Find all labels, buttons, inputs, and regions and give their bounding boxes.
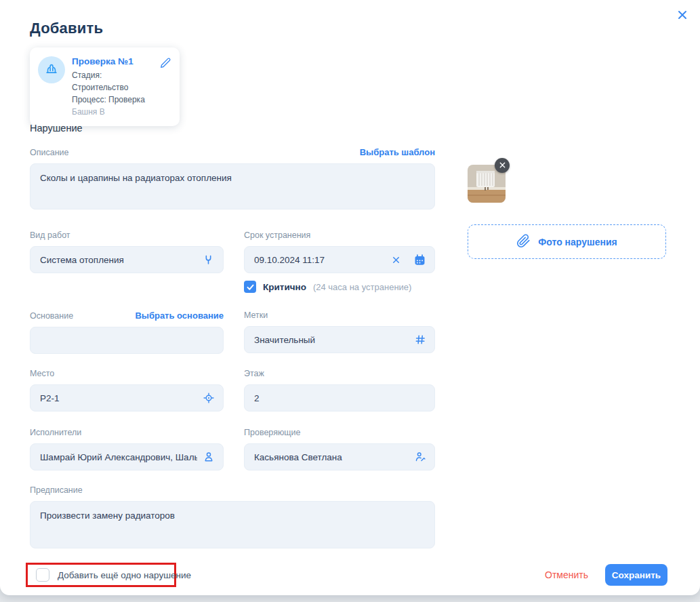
- wrench-icon[interactable]: [202, 254, 215, 266]
- select-basis-link[interactable]: Выбрать основание: [135, 310, 224, 321]
- person-icon[interactable]: [203, 451, 215, 463]
- tags-label: Метки: [244, 310, 268, 320]
- work-type-input[interactable]: [40, 255, 197, 265]
- inspectors-input[interactable]: [254, 452, 409, 462]
- executors-input[interactable]: [40, 452, 197, 462]
- inspection-stage: Стадия: Строительство: [72, 69, 159, 94]
- basis-label: Основание: [30, 311, 73, 321]
- work-type-label: Вид работ: [30, 230, 70, 240]
- basis-input[interactable]: [40, 336, 215, 346]
- locate-icon[interactable]: [203, 392, 215, 404]
- select-template-link[interactable]: Выбрать шаблон: [360, 147, 435, 157]
- remove-x-icon: [499, 159, 506, 172]
- calendar-icon[interactable]: [413, 254, 426, 266]
- description-label: Описание: [30, 148, 69, 157]
- cancel-button[interactable]: Отменить: [541, 569, 592, 580]
- photo-thumbnail[interactable]: [468, 165, 506, 203]
- hash-icon[interactable]: [414, 334, 426, 346]
- close-icon: [676, 8, 689, 24]
- close-button[interactable]: [674, 8, 691, 24]
- critical-hint: (24 часа на устранение): [313, 282, 411, 292]
- person-edit-icon[interactable]: [414, 451, 426, 463]
- deadline-input[interactable]: [254, 255, 386, 265]
- prescription-textarea[interactable]: Произвести заменy радиаторов: [30, 501, 435, 548]
- inspection-process: Процесс: Проверка: [72, 94, 159, 106]
- edit-inspection-button[interactable]: [159, 57, 171, 72]
- description-textarea[interactable]: Сколы и царапины на радиаторах отопления: [30, 163, 435, 209]
- place-label: Место: [30, 369, 54, 378]
- critical-label: Критично: [263, 282, 306, 292]
- tags-input[interactable]: [254, 335, 409, 345]
- pencil-icon: [159, 60, 171, 71]
- attach-photo-label: Фото нарушения: [538, 237, 617, 247]
- floor-input[interactable]: [254, 393, 426, 403]
- violation-form: Нарушение Описание Выбрать шаблон Сколы …: [30, 123, 435, 551]
- annotation-highlight: Добавить ещё одно нарушение: [26, 563, 176, 587]
- floor-label: Этаж: [244, 369, 264, 378]
- deadline-label: Срок устранения: [244, 230, 310, 240]
- inspection-card: Проверка №1 Стадия: Строительство Процес…: [30, 47, 180, 126]
- clear-x-icon[interactable]: [391, 255, 401, 265]
- executors-label: Исполнители: [30, 428, 81, 437]
- remove-photo-button[interactable]: [495, 158, 510, 173]
- add-violation-modal: Добавить Проверка №1 Стадия: Строительст…: [0, 0, 700, 595]
- add-another-checkbox[interactable]: [36, 568, 49, 582]
- section-title-violation: Нарушение: [30, 123, 435, 134]
- save-button[interactable]: Сохранить: [605, 564, 667, 586]
- prescription-label: Предписание: [30, 485, 83, 495]
- critical-checkbox[interactable]: [244, 281, 256, 293]
- page-title: Добавить: [30, 20, 103, 37]
- hard-hat-icon: [38, 56, 65, 83]
- attach-photo-button[interactable]: Фото нарушения: [468, 224, 666, 259]
- place-input[interactable]: [40, 393, 197, 403]
- paperclip-icon: [516, 234, 531, 250]
- inspection-building: Башня В: [72, 106, 159, 118]
- add-another-label: Добавить ещё одно нарушение: [58, 570, 191, 580]
- inspection-title[interactable]: Проверка №1: [72, 56, 159, 66]
- inspectors-label: Проверяющие: [244, 428, 301, 437]
